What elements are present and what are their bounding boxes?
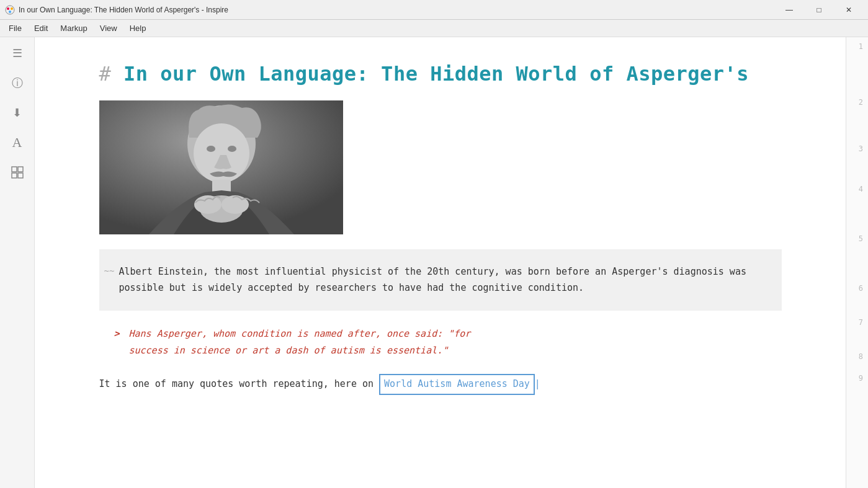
app-body: ☰ ⓘ ⬇ A # In our Own Language: The Hidde… [0, 37, 868, 488]
body-text-before-link: It is one of many quotes worth repeating… [99, 378, 374, 389]
svg-rect-7 [18, 173, 23, 178]
menu-markup[interactable]: Markup [54, 21, 93, 35]
menu-file[interactable]: File [2, 21, 28, 35]
line-numbers: 1 2 3 4 5 6 7 8 9 [846, 37, 868, 488]
content-wrapper: # In our Own Language: The Hidden World … [99, 62, 782, 395]
blockquote-text: Albert Einstein, the most influential ph… [119, 266, 746, 293]
left-sidebar: ☰ ⓘ ⬇ A [0, 37, 35, 488]
list-icon[interactable]: ☰ [9, 45, 26, 62]
blockquote-marker: ~~ [104, 264, 115, 279]
title-text: In our Own Language: The Hidden World of… [123, 62, 749, 86]
quote-marker: > [114, 326, 120, 342]
einstein-image [99, 100, 343, 234]
svg-point-1 [7, 7, 9, 10]
app-icon [5, 5, 15, 15]
svg-rect-5 [18, 167, 23, 172]
line-num-8: 8 [846, 347, 868, 366]
menu-view[interactable]: View [94, 21, 123, 35]
svg-point-12 [207, 146, 215, 152]
download-icon[interactable]: ⬇ [9, 104, 26, 122]
line-num-9: 9 [846, 366, 868, 391]
menu-help[interactable]: Help [123, 21, 153, 35]
line-num-2: 2 [846, 87, 868, 118]
line-num-3: 3 [846, 118, 868, 180]
svg-point-2 [11, 7, 13, 10]
font-icon[interactable]: A [9, 134, 26, 151]
world-autism-awareness-day-link[interactable]: World Autism Awareness Day [379, 374, 535, 395]
line-num-5: 5 [846, 198, 868, 279]
title-hash: # [99, 62, 112, 86]
svg-rect-4 [12, 167, 17, 172]
line-num-1: 1 [846, 37, 868, 87]
line-num-4: 4 [846, 180, 868, 198]
layout-icon[interactable] [9, 164, 26, 181]
quote-block: > Hans Asperger, whom condition is named… [99, 326, 782, 359]
body-paragraph: It is one of many quotes worth repeating… [99, 374, 782, 395]
quote-line2: success in science or art a dash of auti… [129, 345, 449, 356]
quote-line1: Hans Asperger, whom condition is named a… [129, 328, 471, 339]
window-title: In our Own Language: The Hidden World of… [19, 6, 775, 14]
line-num-7: 7 [846, 298, 868, 347]
doc-title: # In our Own Language: The Hidden World … [99, 62, 782, 86]
title-bar: In our Own Language: The Hidden World of… [0, 0, 868, 20]
minimize-button[interactable]: — [775, 0, 803, 20]
close-button[interactable]: ✕ [834, 0, 863, 20]
menu-edit[interactable]: Edit [28, 21, 54, 35]
window-controls: — □ ✕ [775, 0, 863, 20]
svg-point-13 [228, 146, 236, 152]
editor-area[interactable]: # In our Own Language: The Hidden World … [35, 37, 846, 488]
menu-bar: File Edit Markup View Help [0, 20, 868, 37]
blockquote-box: ~~ Albert Einstein, the most influential… [99, 249, 782, 311]
maximize-button[interactable]: □ [805, 0, 833, 20]
svg-point-3 [9, 11, 11, 13]
info-icon[interactable]: ⓘ [9, 74, 26, 92]
svg-rect-6 [12, 173, 17, 178]
line-num-6: 6 [846, 279, 868, 298]
